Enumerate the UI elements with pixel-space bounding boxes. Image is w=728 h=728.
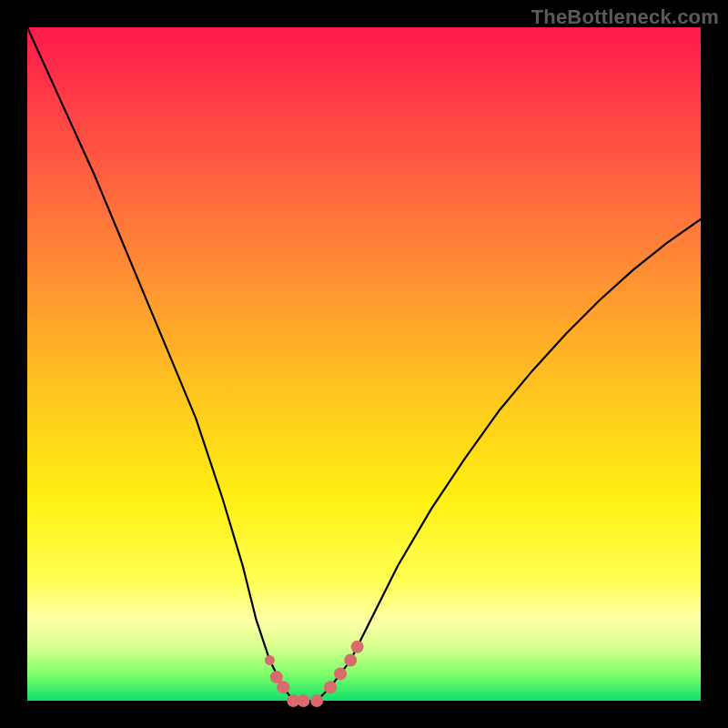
chart-stage: TheBottleneck.com (0, 0, 728, 728)
highlight-dot (265, 655, 275, 665)
highlight-dot-group (265, 641, 364, 707)
plot-area (27, 27, 701, 701)
curve-svg-layer (27, 27, 701, 701)
highlight-dot (277, 681, 289, 693)
highlight-dot (310, 694, 323, 707)
highlight-dot (297, 694, 309, 707)
highlight-dot (344, 654, 357, 667)
highlight-dot (351, 641, 364, 653)
watermark-text: TheBottleneck.com (531, 5, 719, 29)
highlight-dot (324, 681, 337, 693)
bottleneck-curve-path (27, 27, 701, 701)
highlight-dot (334, 667, 347, 680)
